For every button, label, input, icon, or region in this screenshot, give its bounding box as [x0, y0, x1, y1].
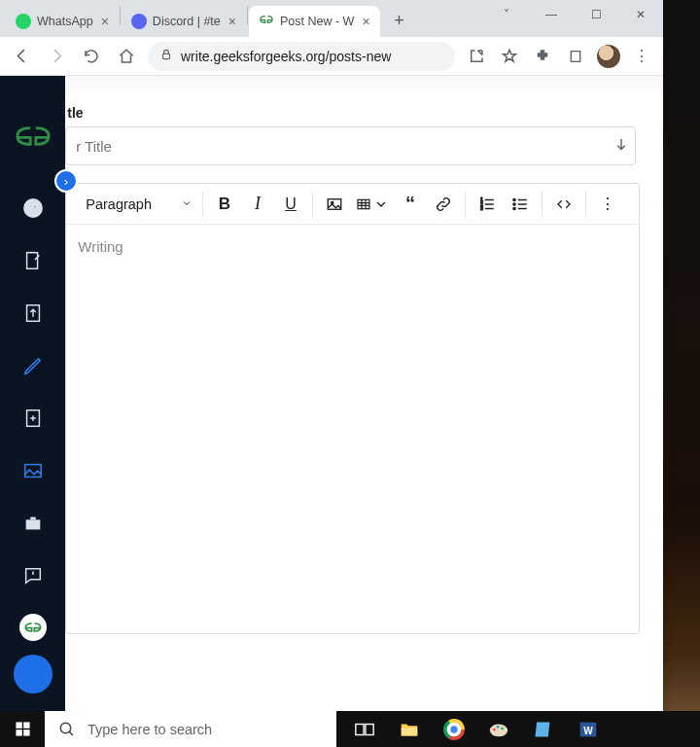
forward-button[interactable]: [43, 43, 70, 70]
taskbar-search[interactable]: Type here to search: [45, 711, 336, 747]
share-icon[interactable]: [463, 43, 490, 70]
briefcase-icon[interactable]: [21, 512, 45, 535]
chevron-down-icon[interactable]: ˅: [484, 0, 529, 29]
notes-icon[interactable]: [21, 249, 45, 272]
svg-rect-35: [535, 722, 549, 736]
desktop-background: WhatsApp × Discord | #te × Post New - W …: [0, 0, 700, 747]
tab-discord[interactable]: Discord | #te ×: [122, 6, 246, 37]
editor-placeholder: Writing: [78, 238, 122, 255]
svg-rect-20: [16, 729, 21, 735]
new-tab-button[interactable]: +: [386, 11, 413, 31]
start-button[interactable]: [0, 711, 45, 747]
page-content: ?: [0, 76, 663, 711]
unordered-list-button[interactable]: [508, 193, 532, 216]
app-sidebar: ?: [0, 76, 65, 711]
svg-point-30: [450, 726, 457, 732]
code-button[interactable]: [552, 193, 576, 216]
toolbar-more-icon[interactable]: ⋮: [596, 193, 619, 216]
taskbar-apps: W: [336, 711, 616, 747]
link-button[interactable]: [432, 193, 455, 216]
home-button[interactable]: [113, 43, 140, 70]
close-icon[interactable]: ×: [101, 14, 109, 29]
svg-point-17: [513, 207, 515, 209]
url-bar: write.geeksforgeeks.org/posts-new ⋮: [0, 37, 663, 76]
action-fab[interactable]: [14, 655, 52, 694]
svg-rect-23: [356, 724, 364, 734]
svg-rect-19: [23, 722, 29, 728]
chrome-window: WhatsApp × Discord | #te × Post New - W …: [0, 0, 663, 711]
back-button[interactable]: [8, 43, 35, 70]
svg-rect-25: [402, 728, 418, 735]
search-placeholder: Type here to search: [88, 722, 212, 737]
gfg-round-icon[interactable]: [19, 614, 47, 641]
svg-point-34: [501, 727, 504, 729]
svg-rect-21: [23, 729, 29, 735]
quote-button[interactable]: “: [399, 193, 422, 216]
image-button[interactable]: [323, 193, 346, 216]
title-field-label: tle: [67, 105, 640, 121]
tab-label: Discord | #te: [153, 15, 221, 28]
add-doc-icon[interactable]: [21, 407, 45, 430]
close-icon[interactable]: ×: [362, 14, 369, 29]
extensions-icon[interactable]: [529, 43, 556, 70]
tab-post-new[interactable]: Post New - W ×: [249, 6, 380, 37]
gfg-logo[interactable]: [13, 123, 53, 154]
maximize-button[interactable]: ☐: [574, 0, 618, 29]
ordered-list-button[interactable]: 123: [475, 193, 499, 216]
chrome-menu-icon[interactable]: ⋮: [628, 43, 655, 70]
tab-strip: WhatsApp × Discord | #te × Post New - W …: [0, 0, 663, 37]
svg-rect-9: [328, 198, 341, 209]
window-controls: ˅ — ☐ ✕: [484, 0, 663, 29]
image-icon[interactable]: [21, 459, 45, 482]
feedback-icon[interactable]: [21, 564, 45, 587]
svg-text:?: ?: [29, 201, 37, 216]
italic-button[interactable]: I: [246, 193, 269, 216]
svg-text:W: W: [583, 725, 593, 735]
svg-rect-18: [16, 722, 21, 728]
underline-button[interactable]: U: [279, 193, 302, 216]
discord-icon: [131, 14, 147, 29]
chevron-down-icon: [181, 196, 192, 212]
svg-rect-7: [25, 519, 40, 529]
url-text: write.geeksforgeeks.org/posts-new: [181, 49, 391, 64]
bold-button[interactable]: B: [213, 193, 236, 216]
svg-point-22: [60, 723, 71, 733]
file-explorer-icon[interactable]: [397, 717, 422, 742]
table-button[interactable]: [356, 193, 389, 216]
editor-toolbar: Paragraph B I U: [66, 184, 639, 225]
title-dropdown-icon[interactable]: [612, 136, 630, 158]
svg-point-32: [493, 728, 496, 730]
chrome-app-icon[interactable]: [441, 717, 467, 742]
svg-point-16: [513, 202, 515, 204]
write-icon[interactable]: [21, 354, 45, 377]
word-app-icon[interactable]: W: [576, 717, 601, 742]
svg-rect-0: [163, 53, 170, 58]
gfg-icon: [259, 14, 274, 29]
reload-button[interactable]: [78, 43, 105, 70]
expand-sidebar-button[interactable]: ›: [56, 171, 76, 191]
notepad-app-icon[interactable]: [531, 717, 556, 742]
close-icon[interactable]: ×: [228, 14, 236, 29]
block-type-selector[interactable]: Paragraph: [76, 196, 202, 212]
editor-main: tle Paragraph: [65, 76, 663, 711]
upload-doc-icon[interactable]: [21, 302, 45, 325]
reading-list-icon[interactable]: [562, 43, 589, 70]
task-view-icon[interactable]: [352, 717, 377, 742]
svg-rect-1: [571, 51, 579, 61]
tab-separator: [247, 6, 248, 25]
lock-icon: [159, 48, 173, 64]
svg-point-33: [497, 725, 500, 728]
title-input[interactable]: [65, 126, 636, 165]
tab-label: WhatsApp: [37, 15, 93, 28]
help-icon[interactable]: ?: [21, 196, 45, 220]
address-bar[interactable]: write.geeksforgeeks.org/posts-new: [148, 42, 455, 71]
bookmark-star-icon[interactable]: [496, 43, 523, 70]
close-window-button[interactable]: ✕: [618, 0, 663, 29]
editor-content-area[interactable]: Writing: [66, 225, 639, 633]
paint-app-icon[interactable]: [486, 717, 511, 742]
tab-whatsapp[interactable]: WhatsApp ×: [6, 6, 119, 37]
svg-rect-8: [30, 517, 36, 520]
block-type-label: Paragraph: [86, 196, 152, 212]
profile-avatar[interactable]: [595, 43, 622, 70]
minimize-button[interactable]: —: [529, 0, 574, 29]
